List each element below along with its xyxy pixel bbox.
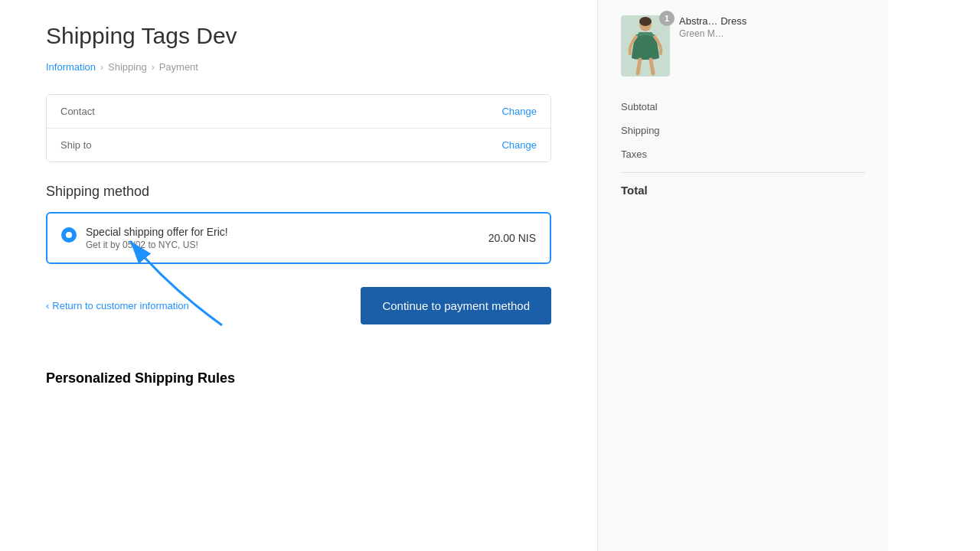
- return-chevron: ‹: [46, 300, 49, 311]
- breadcrumb-information[interactable]: Information: [46, 61, 96, 73]
- contact-row: Contact Change: [47, 95, 550, 129]
- product-variant: Green M…: [679, 28, 865, 39]
- ship-to-label: Ship to: [60, 139, 91, 151]
- page-title: Shipping Tags Dev: [46, 23, 551, 49]
- sidebar-totals: Subtotal Shipping Taxes Total: [621, 95, 865, 203]
- shipping-radio[interactable]: [61, 227, 77, 243]
- taxes-row: Taxes: [621, 142, 865, 166]
- contact-label: Contact: [60, 106, 95, 117]
- continue-button[interactable]: Continue to payment method: [361, 287, 551, 324]
- product-image-wrap: 1: [621, 15, 670, 77]
- shipping-row: Shipping: [621, 119, 865, 142]
- shipping-option-price: 20.00 NIS: [488, 232, 536, 244]
- annotation-label: Personalized Shipping Rules: [46, 370, 551, 386]
- info-card: Contact Change Ship to Change: [46, 94, 551, 162]
- shipping-option-name: Special shipping offer for Eric!: [86, 226, 228, 238]
- ship-to-row: Ship to Change: [47, 129, 550, 161]
- subtotal-label: Subtotal: [621, 101, 658, 112]
- taxes-label: Taxes: [621, 148, 647, 160]
- shipping-method-title: Shipping method: [46, 184, 551, 200]
- shipping-option-date: Get it by 05/02 to NYC, US!: [86, 240, 228, 250]
- breadcrumb-payment: Payment: [159, 61, 198, 73]
- svg-point-3: [639, 17, 652, 26]
- product-info: Abstra… Dress Green M…: [679, 15, 865, 39]
- breadcrumb-sep-1: ›: [100, 62, 103, 73]
- shipping-option[interactable]: Special shipping offer for Eric! Get it …: [46, 212, 551, 264]
- total-row: Total: [621, 172, 865, 203]
- subtotal-row: Subtotal: [621, 95, 865, 119]
- breadcrumb: Information › Shipping › Payment: [46, 61, 551, 73]
- product-name: Abstra… Dress: [679, 15, 865, 27]
- breadcrumb-shipping: Shipping: [108, 61, 147, 73]
- return-link-text: Return to customer information: [52, 300, 188, 311]
- sidebar-product: 1 Abstra… Dress Green M…: [621, 15, 865, 77]
- shipping-option-text: Special shipping offer for Eric! Get it …: [86, 226, 228, 250]
- ship-to-change-link[interactable]: Change: [501, 139, 537, 151]
- total-label: Total: [621, 184, 648, 197]
- return-link[interactable]: ‹ Return to customer information: [46, 300, 189, 311]
- contact-change-link[interactable]: Change: [501, 106, 537, 117]
- actions-row: ‹ Return to customer information Continu…: [46, 287, 551, 324]
- sidebar: 1 Abstra… Dress Green M… Subtotal Shippi…: [597, 0, 888, 551]
- product-quantity-badge: 1: [659, 11, 675, 26]
- shipping-label: Shipping: [621, 125, 660, 136]
- breadcrumb-sep-2: ›: [152, 62, 155, 73]
